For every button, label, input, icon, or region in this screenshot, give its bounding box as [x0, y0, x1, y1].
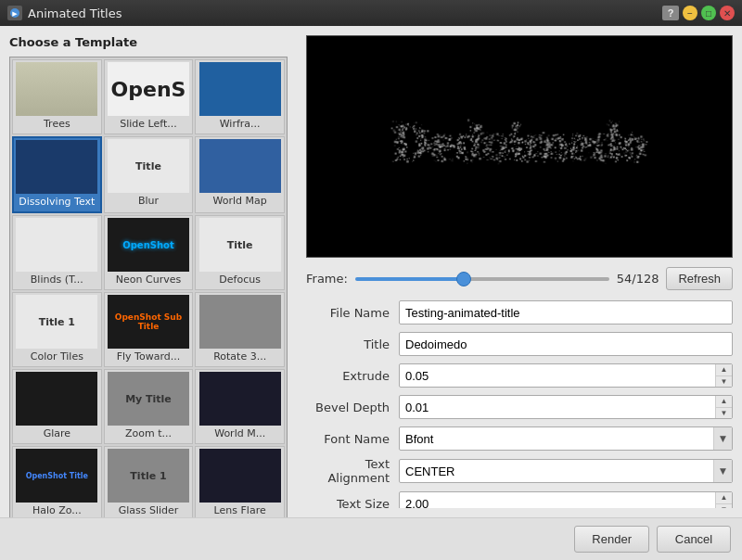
select-arrow-text-alignment: ▼: [713, 460, 732, 482]
form-row-text-alignment: Text AlignmentCENTERLEFTRIGHT▼: [306, 457, 733, 485]
template-thumb-slideleft: OpenS: [108, 62, 189, 116]
template-label-defocus: Defocus: [198, 272, 282, 287]
template-item-blinds[interactable]: Blinds (T...: [12, 215, 102, 290]
template-thumb-worldm: [199, 372, 281, 426]
template-label-worldm: World M...: [198, 426, 282, 441]
spin-value-bevel-depth[interactable]: [400, 399, 715, 416]
template-item-rotate[interactable]: Rotate 3...: [195, 292, 285, 367]
form-label-font-name: Font Name: [306, 432, 399, 446]
template-label-flytoward: Fly Toward...: [107, 349, 191, 364]
window-title: Animated Titles: [28, 6, 122, 20]
help-button[interactable]: ?: [662, 6, 679, 20]
spin-value-extrude[interactable]: [400, 367, 715, 385]
template-item-dissolving[interactable]: Dissolving Text: [12, 136, 102, 213]
template-label-wireframe: Wirfra...: [198, 116, 282, 132]
template-thumb-colortiles: Title 1: [16, 295, 97, 349]
form-label-bevel-depth: Bevel Depth: [306, 401, 399, 414]
template-label-slideleft: Slide Left...: [107, 116, 191, 132]
form-area: File NameTitleExtrude▲▼Bevel Depth▲▼Font…: [306, 299, 733, 508]
form-spin-extrude: ▲▼: [399, 363, 733, 388]
dialog-bottom: Render Cancel: [0, 517, 742, 560]
template-item-glare[interactable]: Glare: [12, 369, 102, 444]
form-input-file-name[interactable]: [399, 300, 733, 325]
template-item-defocus[interactable]: TitleDefocus: [195, 215, 285, 290]
template-label-trees: Trees: [15, 116, 99, 132]
titlebar: ▶ Animated Titles ? − □ ✕: [0, 0, 742, 26]
form-row-extrude: Extrude▲▼: [306, 363, 733, 388]
form-label-file-name: File Name: [306, 306, 399, 320]
render-button[interactable]: Render: [574, 526, 649, 553]
left-panel: Choose a Template TreesOpenSSlide Left..…: [0, 26, 297, 517]
template-item-wireframe[interactable]: Wirfra...: [195, 59, 285, 134]
spin-buttons-extrude: ▲▼: [715, 363, 732, 388]
form-row-text-size: Text Size▲▼: [306, 490, 733, 508]
template-label-blinds: Blinds (T...: [15, 272, 99, 287]
template-item-blur[interactable]: TitleBlur: [104, 136, 194, 213]
frame-label: Frame:: [306, 272, 348, 286]
template-item-zoom[interactable]: My TitleZoom t...: [104, 369, 194, 444]
spin-up-text-size[interactable]: ▲: [716, 491, 732, 504]
template-item-halozo[interactable]: OpenShot TitleHalo Zo...: [12, 446, 102, 517]
spin-buttons-bevel-depth: ▲▼: [715, 395, 732, 419]
right-panel: Frame: 54/128 Refresh File NameTitleExtr…: [297, 26, 742, 517]
template-thumb-zoom: My Title: [108, 372, 189, 426]
form-label-title: Title: [306, 337, 399, 351]
template-item-slideleft[interactable]: OpenSSlide Left...: [104, 59, 194, 134]
form-row-bevel-depth: Bevel Depth▲▼: [306, 394, 733, 420]
template-item-neon[interactable]: OpenShotNeon Curves: [104, 215, 194, 290]
template-label-zoom: Zoom t...: [107, 426, 191, 441]
template-label-colortiles: Color Tiles: [15, 349, 99, 364]
template-label-worldmap: World Map: [198, 193, 282, 209]
form-select-text-alignment[interactable]: CENTERLEFTRIGHT: [400, 463, 713, 480]
preview-area: [306, 35, 733, 258]
template-thumb-blinds: [16, 218, 97, 272]
template-item-glassslider[interactable]: Title 1Glass Slider: [104, 446, 194, 517]
spin-up-bevel-depth[interactable]: ▲: [716, 395, 732, 408]
spin-up-extrude[interactable]: ▲: [716, 363, 732, 376]
template-thumb-halozo: OpenShot Title: [16, 449, 97, 503]
spin-down-bevel-depth[interactable]: ▼: [716, 408, 732, 420]
template-thumb-lensflare: [199, 449, 281, 503]
template-thumb-glare: [16, 372, 97, 426]
template-label-blur: Blur: [107, 193, 191, 209]
template-label-lensflare: Lens Flare: [198, 503, 282, 517]
spin-down-text-size[interactable]: ▼: [716, 504, 732, 509]
frame-count: 54/128: [617, 272, 659, 286]
form-spin-text-size: ▲▼: [399, 491, 733, 508]
form-label-text-size: Text Size: [306, 497, 399, 509]
template-thumb-dissolving: [16, 140, 97, 194]
spin-value-text-size[interactable]: [400, 495, 715, 509]
form-label-extrude: Extrude: [306, 369, 399, 383]
maximize-button[interactable]: □: [701, 6, 716, 20]
frame-row: Frame: 54/128 Refresh: [306, 267, 733, 290]
template-thumb-worldmap: [199, 139, 281, 193]
form-input-title[interactable]: [399, 332, 733, 356]
spin-buttons-text-size: ▲▼: [715, 491, 732, 508]
template-item-lensflare[interactable]: Lens Flare: [195, 446, 285, 517]
form-select-wrapper-text-alignment: CENTERLEFTRIGHT▼: [399, 459, 733, 483]
template-item-worldmap[interactable]: World Map: [195, 136, 285, 213]
template-thumb-flytoward: OpenShot Sub Title: [108, 295, 189, 349]
titlebar-left: ▶ Animated Titles: [7, 6, 122, 20]
template-item-worldm[interactable]: World M...: [195, 369, 285, 444]
template-thumb-glassslider: Title 1: [108, 449, 189, 503]
refresh-button[interactable]: Refresh: [666, 267, 733, 290]
minimize-button[interactable]: −: [683, 6, 697, 20]
form-select-font-name[interactable]: BfontArialDejaVu Sans: [400, 430, 713, 448]
template-item-colortiles[interactable]: Title 1Color Tiles: [12, 292, 102, 367]
cancel-button[interactable]: Cancel: [657, 526, 731, 553]
template-thumb-defocus: Title: [199, 218, 281, 272]
template-item-flytoward[interactable]: OpenShot Sub TitleFly Toward...: [104, 292, 194, 367]
titlebar-controls: ? − □ ✕: [662, 6, 735, 20]
template-thumb-blur: Title: [108, 139, 189, 193]
dialog-top: Choose a Template TreesOpenSSlide Left..…: [0, 26, 742, 517]
select-arrow-font-name: ▼: [713, 427, 732, 450]
frame-slider[interactable]: [355, 277, 609, 281]
spin-down-extrude[interactable]: ▼: [716, 376, 732, 388]
template-thumb-trees: [16, 62, 97, 116]
form-row-title: Title: [306, 331, 733, 357]
form-row-file-name: File Name: [306, 299, 733, 325]
template-label-dissolving: Dissolving Text: [16, 194, 98, 210]
template-item-trees[interactable]: Trees: [12, 59, 102, 134]
close-button[interactable]: ✕: [720, 6, 735, 20]
